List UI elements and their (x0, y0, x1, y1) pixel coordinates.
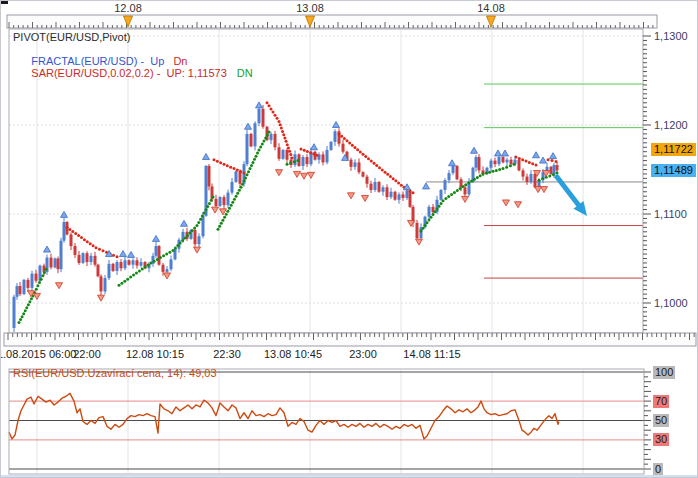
price-axis-label: 1,1100 (654, 208, 687, 221)
time-axis-label: 22:30 (213, 348, 241, 361)
legend-sar-dn: DN (237, 67, 253, 79)
time-axis-label: 23:00 (349, 348, 377, 361)
rsi-axis-label: 0 (653, 463, 663, 476)
price-tag: 1,11722 (651, 143, 696, 156)
rsi-axis-label: 100 (653, 366, 675, 379)
window-corner-mark (1, 1, 8, 4)
time-axis-label: 11.08.2015 06:00 (0, 348, 76, 361)
time-axis-label: 14.08 11:15 (403, 348, 460, 361)
legend-sar-name: SAR(EUR/USD,0.02,0.2) - (31, 67, 166, 79)
bottom-time-bar[interactable] (4, 333, 696, 346)
price-axis[interactable] (643, 36, 651, 330)
rsi-axis-label: 50 (653, 414, 669, 427)
trading-chart-window: 12.08 13.08 14.08 PIVOT(EUR/USD,Pivot) F… (0, 0, 698, 478)
legend-sar: SAR(EUR/USD,0.02,0.2) - UP: 1,11573DN (13, 55, 253, 91)
price-axis-label: 1,1200 (654, 119, 688, 132)
rsi-axis-label: 70 (653, 395, 669, 408)
rsi-axis[interactable] (644, 372, 651, 469)
price-axis-label: 1,1000 (654, 297, 688, 310)
rsi-legend: RSI(EUR/USD.Uzavírací cena, 14): 49,03 (13, 367, 217, 379)
legend-sar-up: UP: 1,11573 (166, 67, 226, 79)
time-axis-label: 13.08 10:45 (264, 348, 322, 361)
price-tag: 1,11489 (651, 164, 696, 177)
top-time-bar[interactable] (7, 15, 657, 28)
date-label: 14.08 (477, 2, 505, 15)
time-axis-label: 12.08 10:15 (126, 348, 184, 361)
price-axis-label: 1,1300 (654, 30, 688, 43)
time-axis-label: 22:00 (73, 348, 101, 361)
legend-pivot: PIVOT(EUR/USD,Pivot) (13, 31, 130, 43)
date-label: 12.08 (114, 2, 142, 15)
date-label: 13.08 (296, 2, 324, 15)
rsi-axis-label: 30 (653, 433, 669, 446)
